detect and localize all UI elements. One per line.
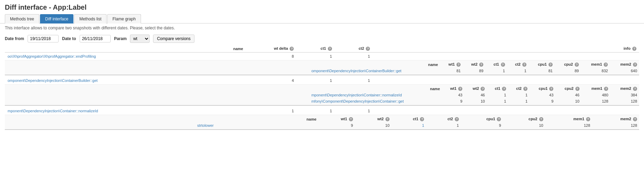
row1-right (373, 53, 601, 60)
row3-right (373, 107, 601, 115)
sub3-mem2-help[interactable]: ? (633, 117, 637, 121)
sub2-row1-mem2: 384 (610, 92, 639, 98)
param-label: Param (114, 36, 127, 41)
tab-methods-list[interactable]: Methods list (74, 14, 107, 23)
tab-diff-interface[interactable]: Diff interface (40, 14, 73, 23)
sub2-cpu2-help[interactable]: ? (575, 87, 580, 91)
row2-info (601, 77, 639, 84)
sub1-wt2-help[interactable]: ? (479, 63, 483, 67)
sub1-row1-name[interactable]: omponent\DependencyInjection\ContainerBu… (309, 68, 440, 74)
sub3-row1-mem1: 128 (545, 122, 592, 129)
sub3-ct2-help[interactable]: ? (455, 117, 459, 121)
row1-name[interactable]: oo\XhprofAggregator\XhprofAggregator::en… (5, 53, 246, 60)
page-title: Diff interface - App:Label (0, 0, 644, 14)
sub2-th-cpu2: cpu2 ? (555, 85, 581, 92)
row1-info (601, 53, 639, 60)
controls-bar: Date from Date to Param wt cpu mem Compa… (0, 32, 644, 45)
sub1-cpu2-help[interactable]: ? (575, 63, 579, 67)
main-row-3: mponent\DependencyInjection\Container::n… (5, 107, 639, 115)
sub2-row1-mem1: 480 (582, 92, 611, 98)
ct1-help-icon[interactable]: ? (328, 47, 332, 51)
sub1-th-cpu2: cpu2 ? (555, 61, 581, 68)
sub1-cpu1-help[interactable]: ? (549, 63, 553, 67)
sub-table-3: name wt1 ? wt2 ? ct1 ? ct2 ? cpu1 ? cpu2… (195, 116, 639, 129)
sub3-row1-name[interactable]: strtolower (195, 122, 319, 129)
sub1-th-name: name (309, 61, 440, 68)
row2-ct1: 1 (296, 77, 334, 84)
sub2-row1: mponent\DependencyInjection\Container::n… (309, 92, 639, 98)
sub-section-3: name wt1 ? wt2 ? ct1 ? ct2 ? cpu1 ? cpu2… (5, 115, 639, 129)
sub3-th-mem1: mem1 ? (545, 116, 592, 122)
th-ct1: ct1 ? (296, 45, 334, 53)
row1-ct1: 1 (296, 53, 334, 60)
th-spacer (373, 45, 601, 53)
sub2-th-mem1: mem1 ? (582, 85, 611, 92)
sub2-th-ct2: ct2 ? (508, 85, 530, 92)
sub2-wt1-help[interactable]: ? (458, 87, 462, 91)
sub3-th-cpu1: cpu1 ? (461, 116, 503, 122)
sub2-row2-ct2: 1 (508, 98, 530, 104)
sub1-mem1-help[interactable]: ? (604, 63, 608, 67)
sub2-wt2-help[interactable]: ? (481, 87, 485, 91)
sub3-th-mem2: mem2 ? (592, 116, 639, 122)
date-to-input[interactable] (80, 35, 111, 42)
date-from-label: Date from (5, 36, 24, 41)
ct2-help-icon[interactable]: ? (366, 47, 370, 51)
tab-flame-graph[interactable]: Flame graph (107, 14, 141, 23)
sub1-ct2-help[interactable]: ? (522, 63, 526, 67)
sub3-cpu1-help[interactable]: ? (497, 117, 501, 121)
sub3-th-name: name (195, 116, 319, 122)
sub3-wt2-help[interactable]: ? (385, 117, 390, 121)
sub3-th-ct1: ct1 ? (392, 116, 426, 122)
row3-info (601, 107, 639, 115)
sub2-row2: mfony\Component\DependencyInjection\Cont… (309, 98, 639, 104)
sub2-row2-name[interactable]: mfony\Component\DependencyInjection\Cont… (309, 98, 442, 104)
sub3-row1-cpu1: 9 (461, 122, 503, 129)
sub1-th-ct1: ct1 ? (485, 61, 507, 68)
sub2-row1-cpu1: 43 (530, 92, 555, 98)
sub2-ct2-help[interactable]: ? (523, 87, 527, 91)
sub1-mem2-help[interactable]: ? (633, 63, 637, 67)
sub2-row2-mem2: 128 (610, 98, 639, 104)
sub3-cpu2-help[interactable]: ? (539, 117, 543, 121)
sub3-row1-mem2: 128 (592, 122, 639, 129)
date-from-input[interactable] (28, 35, 59, 42)
sub2-row1-name[interactable]: mponent\DependencyInjection\Container::n… (309, 92, 442, 98)
sub1-th-mem1: mem1 ? (581, 61, 610, 68)
sub2-cpu1-help[interactable]: ? (549, 87, 553, 91)
sub3-ct1-help[interactable]: ? (420, 117, 424, 121)
row2-ct2: 1 (335, 77, 373, 84)
sub3-mem1-help[interactable]: ? (586, 117, 590, 121)
sub3-row1-wt2: 10 (355, 122, 392, 129)
sub2-mem2-help[interactable]: ? (633, 87, 637, 91)
sub2-ct1-help[interactable]: ? (502, 87, 506, 91)
th-ct2: ct2 ? (335, 45, 373, 53)
sub-table-2: name wt1 ? wt2 ? ct1 ? ct2 ? cpu1 ? cpu2… (309, 85, 639, 104)
row3-name[interactable]: mponent\DependencyInjection\Container::n… (5, 107, 246, 115)
sub1-row1: omponent\DependencyInjection\ContainerBu… (309, 68, 639, 74)
info-help-icon[interactable]: ? (632, 47, 636, 51)
compare-button[interactable]: Compare versions (153, 35, 194, 43)
row1-wt-delta: 8 (246, 53, 296, 60)
th-wt-delta: wt delta ? (246, 45, 296, 53)
row2-name[interactable]: omponent\DependencyInjection\ContainerBu… (5, 77, 246, 84)
sub1-row1-wt2: 89 (463, 68, 485, 74)
sub3-th-cpu2: cpu2 ? (503, 116, 545, 122)
sub2-row1-wt2: 46 (464, 92, 487, 98)
param-select[interactable]: wt cpu mem (130, 35, 150, 43)
sub1-ct1-help[interactable]: ? (501, 63, 505, 67)
sub2-th-ct1: ct1 ? (487, 85, 508, 92)
sub2-row2-cpu1: 9 (530, 98, 555, 104)
tab-methods-tree[interactable]: Methods tree (5, 14, 39, 23)
row-group-2: omponent\DependencyInjection\ContainerBu… (5, 77, 639, 106)
sub3-row1-ct2: 1 (426, 122, 461, 129)
main-content: name wt delta ? ct1 ? ct2 ? info ? oo\Xh… (0, 45, 644, 130)
sub3-wt1-help[interactable]: ? (349, 117, 353, 121)
sub1-row1-mem1: 832 (581, 68, 610, 74)
sub-table-1: name wt1 ? wt2 ? ct1 ? ct2 ? cpu1 ? cpu2… (309, 61, 639, 74)
wt-delta-help-icon[interactable]: ? (290, 47, 294, 51)
sub1-wt1-help[interactable]: ? (456, 63, 461, 67)
sub1-th-wt1: wt1 ? (440, 61, 463, 68)
sub2-mem1-help[interactable]: ? (604, 87, 608, 91)
sub2-th-wt2: wt2 ? (464, 85, 487, 92)
